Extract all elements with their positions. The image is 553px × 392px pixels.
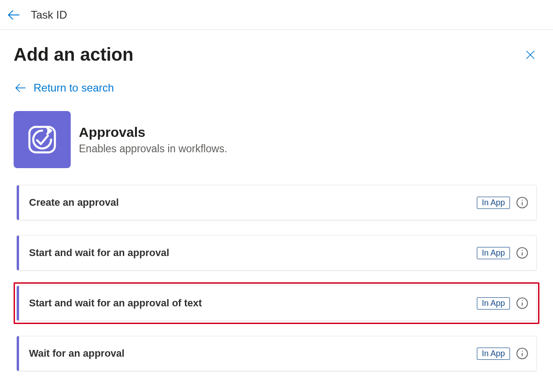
approvals-icon — [22, 119, 63, 160]
connector-tile — [14, 111, 71, 168]
svg-point-13 — [522, 300, 523, 301]
in-app-badge: In App — [477, 197, 510, 209]
close-button[interactable] — [523, 48, 538, 62]
info-icon — [516, 196, 529, 209]
action-item[interactable]: Start and wait for an approval of textIn… — [16, 286, 537, 321]
action-item[interactable]: Start and wait for an approvalIn App — [16, 235, 537, 271]
action-item-wrap: Create an approvalIn App — [14, 182, 539, 223]
action-item-wrap: Wait for an approvalIn App — [14, 333, 539, 374]
info-icon — [516, 247, 529, 259]
in-app-badge: In App — [477, 247, 510, 259]
in-app-badge: In App — [477, 297, 510, 310]
action-right: In App — [477, 246, 536, 260]
action-accent — [17, 286, 19, 320]
in-app-badge: In App — [477, 348, 510, 360]
action-accent — [17, 185, 19, 220]
panel-header: Add an action — [14, 44, 539, 65]
svg-point-16 — [522, 351, 523, 352]
return-to-search-link[interactable]: Return to search — [14, 81, 114, 95]
info-button[interactable] — [515, 196, 529, 209]
action-item[interactable]: Create an approvalIn App — [16, 185, 537, 220]
action-accent — [17, 236, 19, 270]
action-accent — [17, 336, 19, 371]
add-action-panel: Add an action Return to search Approvals — [0, 30, 553, 388]
info-button[interactable] — [515, 296, 529, 310]
info-button[interactable] — [515, 347, 529, 360]
info-icon — [516, 347, 529, 360]
connector-description: Enables approvals in workflows. — [79, 143, 227, 155]
panel-heading: Add an action — [14, 44, 133, 65]
svg-point-10 — [522, 250, 523, 251]
action-label: Start and wait for an approval — [29, 247, 477, 259]
close-icon — [524, 48, 537, 62]
action-label: Start and wait for an approval of text — [29, 297, 477, 309]
action-right: In App — [477, 296, 536, 310]
connector-text: Approvals Enables approvals in workflows… — [79, 125, 227, 155]
action-item[interactable]: Wait for an approvalIn App — [16, 336, 537, 371]
action-label: Wait for an approval — [29, 348, 477, 359]
info-button[interactable] — [515, 246, 529, 260]
info-icon — [516, 297, 529, 310]
action-label: Create an approval — [29, 197, 477, 208]
action-list: Create an approvalIn AppStart and wait f… — [14, 182, 539, 374]
svg-point-7 — [522, 200, 523, 201]
action-right: In App — [477, 196, 536, 209]
action-item-wrap: Start and wait for an approval of textIn… — [14, 282, 539, 324]
action-item-wrap: Start and wait for an approvalIn App — [14, 232, 539, 274]
arrow-left-icon — [6, 7, 21, 23]
back-button[interactable] — [5, 7, 22, 23]
connector-name: Approvals — [79, 125, 227, 140]
arrow-left-icon — [14, 81, 27, 95]
action-right: In App — [477, 347, 536, 360]
return-link-label: Return to search — [34, 82, 114, 94]
topbar-title: Task ID — [31, 9, 67, 21]
topbar: Task ID — [0, 0, 553, 30]
connector-header: Approvals Enables approvals in workflows… — [14, 111, 539, 168]
